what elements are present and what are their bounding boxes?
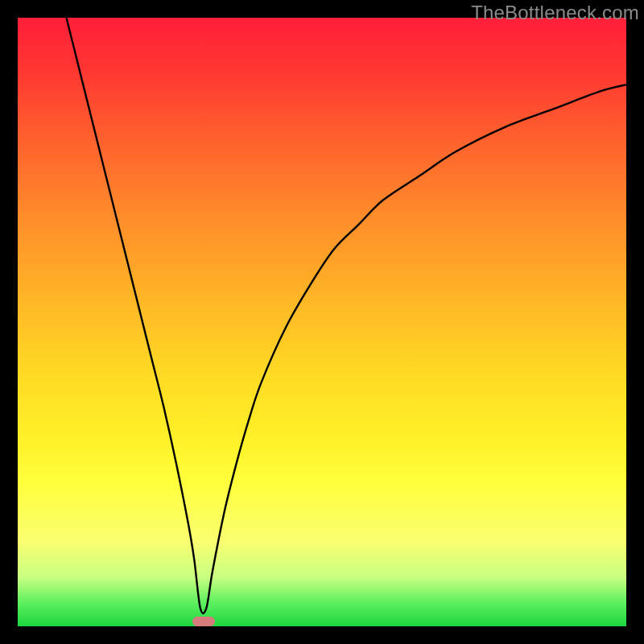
bottleneck-curve bbox=[66, 18, 626, 613]
plot-area bbox=[18, 18, 626, 626]
watermark-text: TheBottleneck.com bbox=[471, 2, 639, 24]
vertex-marker bbox=[192, 617, 215, 626]
curve-svg bbox=[18, 18, 626, 626]
chart-frame: TheBottleneck.com bbox=[0, 0, 644, 644]
